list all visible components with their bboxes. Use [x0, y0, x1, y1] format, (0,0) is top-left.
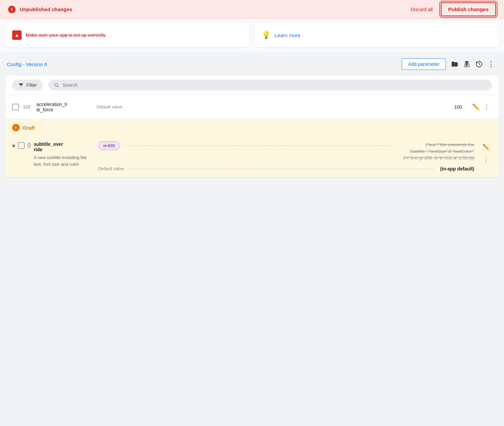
draft-label: Draft	[23, 125, 35, 131]
default-label-text: Default value	[98, 166, 124, 171]
param-checkbox[interactable]	[12, 104, 19, 110]
discard-all-button[interactable]: Discard all	[405, 4, 438, 15]
more-options-param-icon[interactable]: ⋮	[482, 102, 492, 112]
draft-param-description: A new subtitle including the text, font …	[34, 154, 93, 167]
default-value: (in-app default)	[440, 166, 474, 171]
history-icon[interactable]	[473, 58, 485, 70]
search-container	[48, 80, 492, 90]
svg-line-2	[57, 86, 58, 87]
draft-param-info: subtitle_override A new subtitle includi…	[34, 141, 93, 167]
filter-button[interactable]: Filter	[12, 80, 43, 90]
draft-more-options-icon[interactable]: ⋮	[481, 155, 491, 165]
config-header: Config - Version 8 Add parameter ⋮	[0, 51, 504, 76]
setup-card-text: Make sure your app is set up correctly	[26, 32, 106, 38]
learn-more-text[interactable]: Learn more	[275, 32, 301, 38]
default-dashed-separator	[128, 168, 436, 169]
search-input[interactable]	[62, 82, 486, 88]
folder-icon[interactable]	[449, 58, 461, 70]
draft-row-actions: ✏️ ⋮	[480, 142, 492, 165]
flask-icon[interactable]	[461, 58, 473, 70]
draft-param-row: ▾ {} subtitle_override A new subtitle in…	[5, 136, 499, 177]
draft-param-name: subtitle_override	[34, 141, 93, 152]
param-row: 123 acceleration_tile_force Default valu…	[5, 95, 499, 119]
main-table: Filter 123 acceleration_tile_force Defau…	[5, 76, 499, 177]
condition-badge[interactable]: is iOS	[98, 141, 120, 150]
draft-section: ! Draft ▾ {} subtitle_override A new sub…	[5, 119, 499, 177]
draft-param-checkbox[interactable]	[18, 142, 25, 149]
param-label: Default value	[94, 104, 442, 109]
card-warning-icon: ▲	[12, 30, 22, 40]
condition-area: is iOS {"text":"We overwrote the Subtitl…	[96, 141, 492, 171]
svg-point-1	[55, 83, 58, 86]
dashed-separator	[124, 145, 396, 146]
unpublished-banner: ! Unpublished changes Discard all Publis…	[0, 0, 504, 19]
banner-title: Unpublished changes	[20, 6, 405, 12]
search-icon	[54, 82, 59, 88]
filter-icon	[18, 82, 24, 88]
add-parameter-button[interactable]: Add parameter	[402, 58, 446, 70]
filter-label: Filter	[26, 82, 37, 88]
default-row: Default value (in-app default)	[98, 165, 474, 171]
cards-row: ▲ Make sure your app is set up correctly…	[0, 19, 504, 51]
type-icon: 123	[23, 104, 32, 109]
param-value: 100	[442, 104, 462, 110]
edit-icon[interactable]: ✏️	[470, 102, 482, 112]
setup-card: ▲ Make sure your app is set up correctly	[5, 23, 249, 47]
draft-warning-icon: !	[12, 124, 20, 131]
publish-changes-button[interactable]: Publish changes	[441, 2, 496, 16]
warning-icon: !	[8, 6, 16, 13]
config-title: Config - Version 8	[7, 61, 402, 67]
filter-search-row: Filter	[5, 76, 499, 95]
condition-row: is iOS {"text":"We overwrote the Subtitl…	[98, 141, 474, 161]
param-name: acceleration_tile_force	[36, 102, 94, 112]
json-type-icon: {}	[27, 142, 31, 148]
strikethrough-value: {"text":"We overwrote the Subtitle.","fo…	[400, 141, 474, 161]
learn-more-card: 💡 Learn more	[255, 23, 499, 47]
draft-header: ! Draft	[5, 119, 499, 136]
learn-more-icon: 💡	[261, 31, 271, 39]
chevron-down-icon[interactable]: ▾	[12, 142, 15, 150]
more-options-icon[interactable]: ⋮	[485, 58, 497, 70]
draft-edit-icon[interactable]: ✏️	[480, 142, 492, 152]
